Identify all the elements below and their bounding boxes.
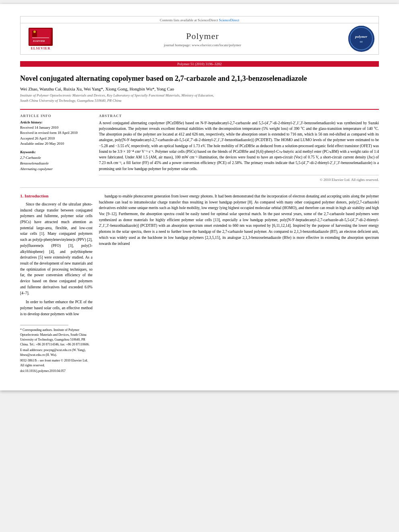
intro-paragraph-2: In order to further enhance the PCE of t… (20, 299, 93, 317)
intro-body-left: Since the discovery of the ultrafast pho… (20, 201, 93, 317)
right-column: ABSTRACT A novel conjugated alternating … (99, 114, 379, 182)
elsevier-text: ELSEVIER (31, 47, 50, 50)
paper-title: Novel conjugated alternating copolymer b… (20, 74, 379, 83)
keyword-1: 2,7-Carbazole (20, 155, 93, 160)
article-info-abstract: ARTICLE INFO Article history: Received 1… (20, 109, 379, 182)
sciencedirect-bar: Contents lists available at ScienceDirec… (21, 16, 378, 23)
history-label: Article history: (20, 120, 93, 124)
keywords-group: Keywords: 2,7-Carbazole Benzoselenadiazo… (20, 150, 93, 172)
affiliation: Institute of Polymer Optoelectronic Mate… (20, 93, 379, 103)
available-date: Available online 20 May 2010 (20, 141, 93, 147)
section-divider (20, 187, 379, 188)
footnote-star: * Corresponding authors. Institute of Po… (20, 328, 93, 347)
history-group: Article history: Received 14 January 201… (20, 120, 93, 147)
accepted-date: Accepted 26 April 2010 (20, 136, 93, 142)
footnote-divider (20, 325, 68, 325)
left-column: ARTICLE INFO Article history: Received 1… (20, 114, 93, 182)
svg-text:polymer: polymer (355, 35, 367, 39)
intro-number: 1. (20, 193, 23, 198)
revised-date: Received in revised form 18 April 2010 (20, 130, 93, 136)
page: Contents lists available at ScienceDirec… (0, 4, 399, 390)
intro-section-title: 1. Introduction (20, 193, 93, 198)
intro-body-right: bandgap to enable photocurrent generatio… (99, 193, 379, 246)
received-date: Received 14 January 2010 (20, 125, 93, 131)
footnote-email: E-mail addresses: pswyng@scut.edu.cn (W.… (20, 348, 93, 357)
intro-right: bandgap to enable photocurrent generatio… (99, 193, 379, 375)
journal-reference: Polymer 51 (2010) 3196–3202 (177, 62, 222, 66)
intro-right-paragraph-1: bandgap to enable photocurrent generatio… (99, 193, 379, 246)
polymer-badge: polymer 60 (348, 26, 374, 52)
authors-text: Wei Zhao, Wanzhu Cai, Ruixia Xu, Wei Yan… (20, 86, 174, 91)
elsevier-logo-image: ELSEVIER (29, 28, 53, 46)
elsevier-logo: ELSEVIER ELSEVIER (25, 28, 57, 50)
journal-homepage: journal homepage: www.elsevier.com/locat… (57, 43, 348, 47)
journal-title: Polymer (57, 31, 348, 41)
abstract-label: ABSTRACT (99, 114, 379, 118)
sciencedirect-link[interactable]: ScienceDirect (219, 18, 239, 22)
journal-name-center: Polymer journal homepage: www.elsevier.c… (57, 31, 348, 47)
article-info-section: Article history: Received 14 January 201… (20, 120, 93, 172)
footnote-copyright: 0032-3861/$ – see front matter © 2010 El… (20, 358, 93, 368)
sciencedirect-text: Contents lists available at ScienceDirec… (160, 18, 218, 22)
svg-text:ELSEVIER: ELSEVIER (33, 40, 45, 42)
introduction-section: 1. Introduction Since the discovery of t… (20, 193, 379, 375)
authors: Wei Zhao, Wanzhu Cai, Ruixia Xu, Wei Yan… (20, 86, 379, 91)
affiliation-line1: Institute of Polymer Optoelectronic Mate… (20, 93, 214, 97)
affiliation-line2: South China University of Technology, Gu… (20, 99, 121, 103)
intro-title: Introduction (25, 193, 49, 198)
footnote-section: * Corresponding authors. Institute of Po… (20, 328, 93, 374)
svg-point-2 (33, 31, 36, 33)
keyword-2: Benzoselenadiazole (20, 160, 93, 166)
article-info-label: ARTICLE INFO (20, 114, 93, 118)
svg-text:60: 60 (360, 40, 363, 43)
svg-point-5 (348, 26, 374, 51)
copyright-line: © 2010 Elsevier Ltd. All rights reserved… (99, 175, 379, 182)
keywords-label: Keywords: (20, 150, 93, 154)
footnote-doi: doi:10.1016/j.polymer.2010.04.057 (20, 369, 93, 374)
keyword-3: Alternating copolymer (20, 166, 93, 172)
abstract-text: A novel conjugated alternating copolymer… (99, 120, 379, 172)
intro-paragraph-1: Since the discovery of the ultrafast pho… (20, 201, 93, 296)
journal-banner: ELSEVIER ELSEVIER Polymer journal homepa… (21, 23, 378, 54)
intro-left: 1. Introduction Since the discovery of t… (20, 193, 93, 375)
journal-reference-bar: Polymer 51 (2010) 3196–3202 (20, 61, 379, 67)
journal-header: Contents lists available at ScienceDirec… (20, 16, 379, 55)
